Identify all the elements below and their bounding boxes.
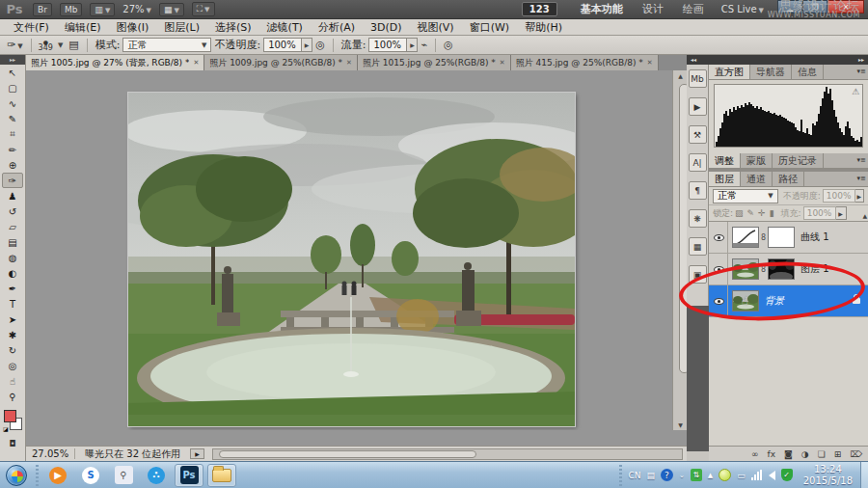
flow-input[interactable]: 100% <box>368 38 407 52</box>
opacity-input[interactable]: 100% <box>263 38 302 52</box>
new-layer-icon[interactable]: ⊞ <box>834 449 842 459</box>
tray-display-icon[interactable]: ▭ <box>737 471 746 480</box>
move-tool[interactable]: ↖ <box>0 65 25 80</box>
tray-usb-icon[interactable]: ⇅ <box>691 469 702 481</box>
quick-mask-icon[interactable]: ◘ <box>0 439 25 452</box>
tray-volume-icon[interactable] <box>769 471 775 480</box>
dock-collapse-bar[interactable]: ◂◂▸▸ <box>687 55 868 65</box>
arrange-documents-button[interactable]: ▦▼ <box>159 3 184 16</box>
taskbar-photoshop-icon[interactable]: Ps <box>175 464 203 487</box>
shape-tool[interactable]: ✱ <box>0 327 25 342</box>
3d-camera-tool[interactable]: ◎ <box>0 358 25 373</box>
adjust-tab-2[interactable]: 历史记录 <box>773 153 824 168</box>
zoom-level-dropdown[interactable]: 27%▼ <box>122 4 151 14</box>
tool-presets-panel-icon[interactable]: ⚒ <box>689 125 707 144</box>
layer-visibility-toggle[interactable] <box>711 254 728 285</box>
pressure-opacity-icon[interactable]: ◎ <box>312 39 328 51</box>
link-layers-icon[interactable]: ∞ <box>751 449 759 459</box>
3d-rotate-tool[interactable]: ↻ <box>0 342 25 358</box>
adjust-tab-menu-icon[interactable]: ▾≡ <box>857 156 866 164</box>
guides-menu-button[interactable]: ▥▼ <box>90 3 115 16</box>
brush-tool-icon[interactable]: ✑▼ <box>4 39 26 51</box>
default-colors-icon[interactable]: ◪ <box>3 425 10 432</box>
mini-bridge-button[interactable]: Mb <box>60 3 82 16</box>
workspace-design-button[interactable]: 设计 <box>642 2 664 16</box>
layer-row-image[interactable]: 8图层 1 <box>709 254 868 285</box>
pressure-size-icon[interactable]: ◎ <box>441 39 456 51</box>
lock-transparency-icon[interactable]: ▨ <box>735 208 744 218</box>
opacity-spinner[interactable]: ▶ <box>302 38 312 52</box>
taskbar-cloud-icon[interactable]: ∴ <box>142 464 171 487</box>
status-options-arrow[interactable]: ▶ <box>190 448 204 459</box>
start-button[interactable] <box>6 465 27 486</box>
marquee-tool[interactable]: ▢ <box>0 80 25 95</box>
tray-hidden-icons-button[interactable]: ▲ <box>708 472 713 479</box>
tab-close-icon[interactable]: ✕ <box>193 59 199 67</box>
taskbar-clock[interactable]: 13:24 2015/5/18 <box>803 464 853 487</box>
status-zoom-field[interactable]: 27.05% <box>26 448 75 459</box>
actions-panel-icon[interactable]: ▶ <box>689 97 707 116</box>
menu-item-2[interactable]: 图像(I) <box>108 20 156 35</box>
document-tab-1[interactable]: 照片 1009.jpg @ 25%(RGB/8) *✕ <box>204 55 358 70</box>
eyedropper-tool[interactable]: ✏ <box>0 142 25 157</box>
layers-scroll-arrow[interactable]: ▲ <box>862 212 867 219</box>
foreground-color-swatch[interactable] <box>4 410 16 422</box>
lock-pixels-icon[interactable]: ✎ <box>747 208 755 218</box>
histogram-tab-menu-icon[interactable]: ▾≡ <box>857 68 866 75</box>
tray-keyboard-icon[interactable]: ▤ <box>646 471 655 480</box>
tray-network-icon[interactable] <box>751 470 763 480</box>
lock-all-icon[interactable]: ▮ <box>770 208 774 218</box>
photo-canvas[interactable] <box>128 93 575 426</box>
healing-brush-tool[interactable]: ⊕ <box>0 157 25 173</box>
zoom-tool[interactable]: ⚲ <box>0 389 25 404</box>
tray-ime-arrow-icon[interactable]: ⌄ <box>679 472 685 479</box>
close-button[interactable]: ✕ <box>827 0 864 14</box>
crop-tool[interactable]: ⌗ <box>0 126 25 142</box>
hand-tool[interactable]: ☝ <box>0 373 25 389</box>
menu-item-10[interactable]: 帮助(H) <box>517 20 570 35</box>
menu-item-0[interactable]: 文件(F) <box>6 20 57 35</box>
adjust-tab-1[interactable]: 蒙版 <box>741 153 773 168</box>
screen-mode-button[interactable]: ⛶▼ <box>192 2 215 16</box>
blend-mode-select[interactable]: 正常▼ <box>122 38 211 52</box>
delete-layer-icon[interactable]: ⌦ <box>850 449 862 459</box>
document-tab-0[interactable]: 照片 1005.jpg @ 27% (背景, RGB/8) *✕ <box>26 55 204 70</box>
layer-visibility-toggle[interactable] <box>711 222 728 254</box>
adjust-tab-0[interactable]: 调整 <box>709 153 741 168</box>
lasso-tool[interactable]: ∿ <box>0 95 25 111</box>
menu-item-6[interactable]: 分析(A) <box>311 20 363 35</box>
dodge-tool[interactable]: ◐ <box>0 265 25 281</box>
horizontal-scrollbar[interactable] <box>212 448 683 460</box>
layer-visibility-toggle[interactable] <box>711 285 728 317</box>
taskbar-explorer-icon[interactable] <box>207 464 236 487</box>
lock-position-icon[interactable]: ✛ <box>758 208 766 218</box>
paragraph-panel-icon[interactable]: ¶ <box>689 181 707 200</box>
layers-tab-menu-icon[interactable]: ▾≡ <box>857 175 866 182</box>
menu-item-9[interactable]: 窗口(W) <box>462 20 517 35</box>
tray-shield-icon[interactable]: ✓ <box>781 469 793 481</box>
airbrush-icon[interactable]: ⌁ <box>418 39 430 51</box>
tray-language-indicator[interactable]: CN <box>628 471 640 480</box>
bridge-launch-button[interactable]: Br <box>33 3 52 16</box>
layers-tab-0[interactable]: 图层 <box>709 172 741 186</box>
new-adjustment-layer-icon[interactable]: ◑ <box>801 449 809 459</box>
quick-selection-tool[interactable]: ✎ <box>0 111 25 126</box>
pen-tool[interactable]: ✒ <box>0 281 25 296</box>
workspace-essentials-button[interactable]: 基本功能 <box>581 2 623 16</box>
brush-tool[interactable]: ✑ <box>2 173 23 188</box>
tab-close-icon[interactable]: ✕ <box>647 59 653 67</box>
layers-opacity-spinner[interactable]: ▶ <box>855 189 864 203</box>
workspace-painting-button[interactable]: 绘画 <box>683 2 704 16</box>
show-desktop-button[interactable] <box>860 462 868 488</box>
layers-blend-mode-select[interactable]: 正常▼ <box>713 189 778 203</box>
histogram-warning-icon[interactable]: ⚠ <box>852 87 859 96</box>
fill-field[interactable]: 100% <box>803 206 836 220</box>
minimize-button[interactable]: ▁ <box>777 0 802 14</box>
taskbar-sogou-icon[interactable]: S <box>76 464 105 487</box>
restore-button[interactable]: ❐ <box>802 0 827 14</box>
eraser-tool[interactable]: ▱ <box>0 219 25 234</box>
tab-close-icon[interactable]: ✕ <box>346 59 352 67</box>
tray-accelerator-icon[interactable] <box>719 469 731 481</box>
document-tab-2[interactable]: 照片 1015.jpg @ 25%(RGB/8) *✕ <box>358 55 511 70</box>
taskbar-media-player-icon[interactable]: ▶ <box>43 464 72 487</box>
